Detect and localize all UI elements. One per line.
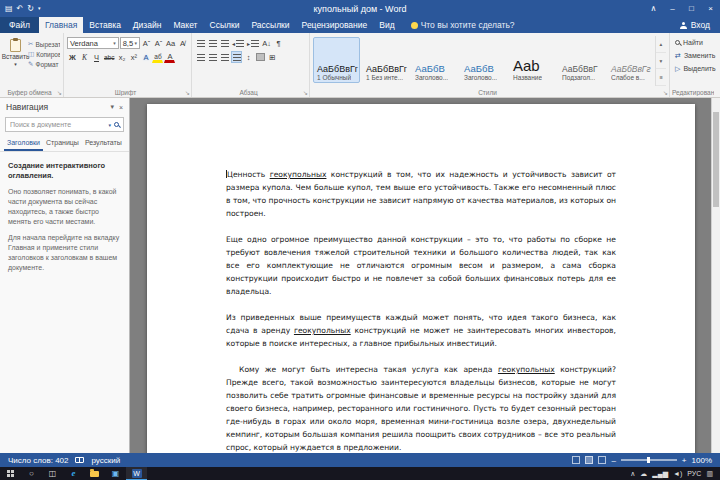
text-effects-button[interactable]: А (140, 51, 151, 63)
shading-button[interactable] (255, 51, 266, 63)
increase-indent-button[interactable]: ▸ (246, 37, 260, 49)
line-spacing-button[interactable]: ↕ (243, 51, 254, 63)
style-item[interactable]: АаБбВвГг1 Без инте... (362, 37, 409, 83)
save-icon[interactable]: ▤ (5, 5, 13, 13)
ribbon-tab-2[interactable]: Вставка (83, 17, 127, 33)
clipboard-dialog-launcher[interactable]: ↘ (57, 89, 62, 96)
nav-search-box[interactable]: ▾ (5, 117, 124, 132)
shrink-font-button[interactable]: Аˇ (153, 37, 164, 49)
scrollbar-thumb[interactable] (713, 112, 719, 207)
ribbon-tab-4[interactable]: Макет (167, 17, 203, 33)
show-marks-button[interactable]: ¶ (273, 37, 284, 49)
ribbon-display-options-icon[interactable]: ∧ (644, 0, 663, 17)
tray-expand-icon[interactable]: ∧ (630, 470, 635, 478)
clear-formatting-button[interactable]: А̸ (177, 37, 188, 49)
paste-button[interactable]: Вставить ▾ (3, 36, 28, 86)
search-options-icon[interactable]: ▾ (108, 122, 111, 128)
subscript-button[interactable]: x₂ (116, 51, 127, 63)
style-item[interactable]: АаБбВЗаголово... (460, 37, 507, 83)
proofing-book-icon[interactable] (75, 457, 84, 463)
close-button[interactable]: × (701, 0, 720, 17)
ribbon-tab-7[interactable]: Рецензирование (296, 17, 374, 33)
edge-icon[interactable]: e (63, 467, 84, 480)
nav-pane-close-icon[interactable]: × (119, 104, 123, 111)
italic-button[interactable]: К (79, 51, 90, 63)
align-left-button[interactable] (195, 51, 206, 63)
qat-customize-icon[interactable]: ▾ (38, 6, 41, 11)
bold-button[interactable]: Ж (67, 51, 78, 63)
justify-button[interactable] (231, 51, 242, 63)
language-status[interactable]: русский (91, 456, 120, 465)
underline-button[interactable]: Ч (91, 51, 102, 63)
paragraph-dialog-launcher[interactable]: ↘ (303, 89, 308, 96)
find-button[interactable]: Найти (673, 36, 717, 49)
zoom-in-button[interactable]: + (682, 456, 687, 465)
numbering-button[interactable] (207, 37, 218, 49)
superscript-button[interactable]: x² (128, 51, 139, 63)
styles-scroll-up-icon[interactable]: ▴ (656, 36, 666, 53)
change-case-button[interactable]: Аа (165, 37, 176, 49)
store-icon[interactable]: ▣ (105, 467, 126, 480)
network-icon[interactable]: ▂▄▆ (652, 470, 668, 478)
notification-center-icon[interactable]: ▥ (706, 470, 713, 478)
styles-dialog-launcher[interactable]: ↘ (663, 89, 668, 96)
select-button[interactable]: ▷Выделить (673, 62, 717, 75)
nav-pane-menu-icon[interactable]: ▾ (110, 103, 114, 111)
copy-button[interactable]: ◫Копировать (28, 50, 60, 58)
font-family-select[interactable]: Verdana▾ (67, 37, 119, 49)
grow-font-button[interactable]: Аˆ (141, 37, 152, 49)
file-tab[interactable]: Файл (0, 17, 39, 33)
word-taskbar-icon[interactable]: W (126, 467, 147, 480)
multilevel-list-button[interactable] (219, 37, 230, 49)
zoom-level[interactable]: 100% (692, 456, 712, 465)
undo-icon[interactable]: ↶ (17, 5, 24, 13)
replace-button[interactable]: ⇄Заменить (673, 49, 717, 62)
nav-search-input[interactable] (10, 121, 105, 128)
cut-button[interactable]: ✂Вырезать (28, 40, 60, 48)
document-page[interactable]: Ценность геокупольных конструкций в том,… (147, 104, 695, 453)
task-view-icon[interactable]: ◫ (42, 467, 63, 480)
style-item[interactable]: АаБбВвГПодзагол... (558, 37, 605, 83)
word-count[interactable]: Число слов: 402 (8, 456, 68, 465)
ribbon-tab-8[interactable]: Вид (373, 17, 400, 33)
web-layout-button[interactable] (598, 456, 606, 464)
bullets-button[interactable] (195, 37, 206, 49)
nav-tab-3[interactable]: Результаты (82, 137, 125, 151)
tell-me-box[interactable]: Что вы хотите сделать? (411, 17, 515, 33)
read-mode-button[interactable] (572, 456, 580, 464)
format-painter-button[interactable]: ✎Формат по образцу (28, 60, 60, 68)
onedrive-icon[interactable]: ☁ (640, 470, 647, 478)
print-layout-button[interactable] (585, 456, 593, 464)
search-icon[interactable] (114, 122, 119, 127)
font-size-select[interactable]: 8,5▾ (120, 37, 140, 49)
align-right-button[interactable] (219, 51, 230, 63)
language-indicator[interactable]: РУС (687, 470, 701, 477)
ribbon-tab-5[interactable]: Ссылки (204, 17, 246, 33)
nav-tab-1[interactable]: Заголовки (4, 137, 43, 151)
start-button[interactable] (0, 467, 21, 480)
style-item[interactable]: АаБбВЗаголово... (411, 37, 458, 83)
font-color-button[interactable]: А (164, 52, 175, 63)
styles-scroll-down-icon[interactable]: ▾ (656, 53, 666, 70)
volume-icon[interactable]: ◄) (673, 470, 682, 477)
sign-in-button[interactable]: Вход (680, 17, 720, 33)
sort-button[interactable]: А↓ (261, 37, 272, 49)
strikethrough-button[interactable]: abc (103, 51, 115, 63)
zoom-out-button[interactable]: – (611, 456, 615, 465)
redo-icon[interactable]: ↻ (27, 5, 34, 13)
style-item[interactable]: АаБбВвГг1 Обычный (313, 37, 360, 83)
borders-button[interactable]: ⊞ (267, 51, 278, 63)
zoom-slider[interactable] (621, 459, 677, 461)
ribbon-tab-1[interactable]: Главная (39, 17, 83, 33)
file-explorer-icon[interactable] (84, 467, 105, 480)
vertical-scrollbar[interactable] (711, 98, 720, 453)
font-dialog-launcher[interactable]: ↘ (185, 89, 190, 96)
style-item[interactable]: АаБбВвГгСлабое в... (607, 37, 654, 83)
highlight-button[interactable]: аб (152, 52, 163, 63)
maximize-button[interactable]: □ (682, 0, 701, 17)
styles-more-icon[interactable]: ≡ (656, 69, 666, 86)
zoom-slider-thumb[interactable] (647, 457, 650, 463)
align-center-button[interactable] (207, 51, 218, 63)
search-icon[interactable]: ○ (21, 467, 42, 480)
ribbon-tab-6[interactable]: Рассылки (245, 17, 295, 33)
